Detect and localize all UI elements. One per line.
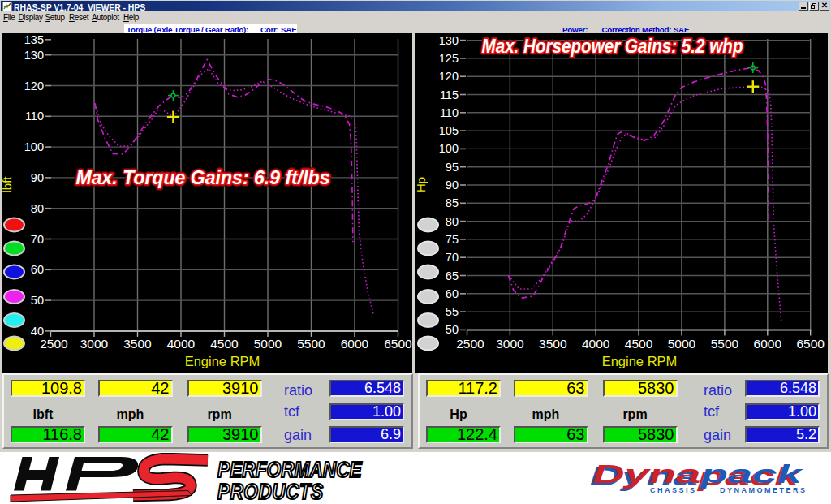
svg-text:50: 50 [446,323,459,336]
svg-text:40: 40 [31,325,44,338]
svg-text:6000: 6000 [754,337,782,351]
svg-text:3500: 3500 [123,337,152,351]
svg-text:4500: 4500 [210,337,239,351]
svg-text:50: 50 [31,294,44,307]
svg-text:125: 125 [439,52,459,65]
svg-text:6500: 6500 [384,337,412,351]
svg-text:4500: 4500 [625,337,653,351]
svg-text:130: 130 [439,34,459,47]
svg-text:3000: 3000 [496,337,524,351]
svg-text:2500: 2500 [456,337,484,351]
svg-text:lbft: lbft [2,176,14,193]
svg-text:5000: 5000 [254,337,282,351]
svg-text:Max. Torque Gains: 6.9 ft/lbs: Max. Torque Gains: 6.9 ft/lbs [76,167,330,188]
svg-text:Hp: Hp [416,177,428,192]
svg-text:115: 115 [440,88,459,101]
svg-text:70: 70 [446,251,459,264]
svg-text:110: 110 [25,110,44,123]
svg-text:100: 100 [439,142,459,155]
svg-text:120: 120 [24,80,44,93]
svg-text:6500: 6500 [796,337,825,351]
svg-text:60: 60 [446,287,459,300]
svg-text:85: 85 [446,196,459,209]
svg-text:6000: 6000 [341,337,369,351]
svg-text:60: 60 [31,263,44,276]
svg-text:3500: 3500 [539,337,567,351]
svg-text:110: 110 [440,106,459,119]
svg-text:Engine RPM: Engine RPM [185,354,260,368]
svg-text:120: 120 [439,70,459,83]
svg-text:Engine RPM: Engine RPM [602,354,678,368]
svg-text:105: 105 [439,124,459,137]
svg-text:135: 135 [24,33,44,46]
svg-text:75: 75 [446,233,459,246]
svg-text:100: 100 [24,140,44,153]
svg-text:70: 70 [31,233,44,246]
svg-text:5000: 5000 [668,337,696,351]
svg-text:80: 80 [446,215,459,228]
svg-text:3000: 3000 [80,337,109,351]
svg-text:65: 65 [446,269,459,282]
svg-text:130: 130 [24,49,44,62]
svg-text:4000: 4000 [582,337,610,351]
svg-text:90: 90 [31,171,44,184]
svg-text:5500: 5500 [297,337,325,351]
svg-text:2500: 2500 [40,337,68,351]
svg-text:95: 95 [446,161,459,174]
svg-text:80: 80 [31,202,44,215]
svg-text:4000: 4000 [167,337,196,351]
svg-text:90: 90 [446,179,459,192]
svg-text:Max. Horsepower Gains: 5.2 wh: Max. Horsepower Gains: 5.2 whp [482,36,743,57]
svg-text:5500: 5500 [711,337,739,351]
svg-text:55: 55 [446,305,459,318]
